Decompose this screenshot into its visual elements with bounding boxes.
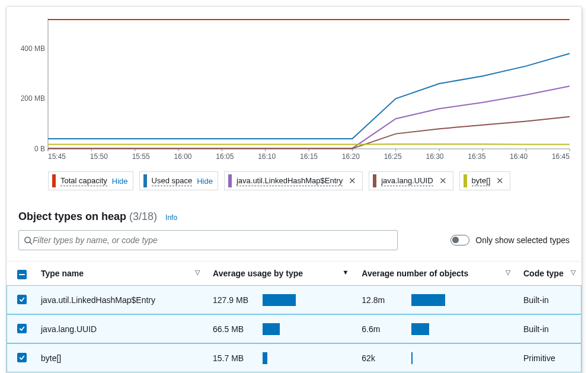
svg-point-13 [25,237,30,242]
usage-bar [263,323,310,335]
usage-bar [263,352,310,364]
chart-area: 400 MB200 MB0 B 15:4515:5015:5516:0016:0… [7,7,581,196]
controls-row: Only show selected types [7,230,581,261]
legend-label: Total capacity [60,176,107,186]
close-icon[interactable]: ✕ [495,176,505,186]
legend-item[interactable]: byte[]✕ [459,171,511,190]
x-tick-label: 16:30 [426,152,443,161]
sort-icon: ▽ [506,269,510,276]
cell-code-type: Built-in [516,314,581,343]
legend-hide-link[interactable]: Hide [197,177,213,186]
select-all-checkbox[interactable] [17,270,27,279]
cell-type-name: java.util.LinkedHashMap$Entry [34,285,206,314]
search-icon [24,236,33,245]
avg-usage-value: 66.5 MB [213,324,254,334]
chart-legend: Total capacityHideUsed spaceHidejava.uti… [48,171,570,190]
col-select-all [7,262,34,286]
legend-item[interactable]: Used spaceHide [139,171,218,190]
legend-swatch [464,174,467,187]
cell-code-type: Built-in [516,285,581,314]
col-code-type-label: Code type [523,269,564,278]
legend-item[interactable]: Total capacityHide [48,171,133,190]
section-count: (3/18) [129,211,157,222]
col-avg-objects[interactable]: Average number of objects ▽ [354,262,516,286]
row-checkbox[interactable] [17,353,27,362]
search-input[interactable] [33,235,392,245]
toggle-switch[interactable] [450,235,469,246]
x-tick-label: 16:25 [384,152,402,161]
avg-objects-value: 6.6m [362,324,403,334]
x-tick-label: 16:00 [174,152,191,161]
avg-objects-value: 62k [362,353,403,363]
y-tick-label: 400 MB [15,44,45,53]
col-type-name[interactable]: Type name ▽ [34,262,206,286]
cell-avg-objects: 6.6m [354,314,516,343]
avg-objects-value: 12.8m [362,295,403,305]
x-tick-label: 16:20 [342,152,360,161]
table-row[interactable]: java.util.LinkedHashMap$Entry127.9 MB12.… [7,285,581,314]
legend-swatch [143,174,147,187]
y-tick-label: 0 B [15,145,45,153]
legend-label: Used space [152,176,193,186]
svg-line-14 [30,242,32,244]
sort-icon: ▽ [195,269,200,276]
x-tick-label: 16:05 [216,152,234,161]
sort-desc-icon: ▼ [342,269,349,276]
cell-avg-usage: 66.5 MB [206,314,354,343]
close-icon[interactable]: ✕ [438,176,448,186]
col-code-type[interactable]: Code type ▽ [516,262,581,286]
usage-bar [263,294,310,306]
x-tick-label: 16:15 [300,152,318,161]
y-tick-label: 200 MB [15,94,45,103]
cell-avg-usage: 127.9 MB [206,285,354,314]
selected-only-toggle: Only show selected types [450,235,570,246]
x-tick-label: 16:35 [468,152,485,161]
row-checkbox[interactable] [17,295,27,304]
series-line [48,53,570,139]
legend-item[interactable]: java.lang.UUID✕ [369,171,453,190]
cell-type-name: byte[] [34,343,206,372]
cell-type-name: java.lang.UUID [34,314,206,343]
memory-chart[interactable]: 400 MB200 MB0 B [48,18,570,149]
legend-label: java.lang.UUID [381,176,433,186]
close-icon[interactable]: ✕ [347,176,357,186]
cell-avg-usage: 15.7 MB [206,343,354,372]
legend-swatch [373,174,376,187]
legend-item[interactable]: java.util.LinkedHashMap$Entry✕ [224,171,363,190]
chart-svg [48,18,570,149]
objects-bar [411,294,459,306]
col-avg-usage-label: Average usage by type [213,269,303,278]
heap-types-table: Type name ▽ Average usage by type ▼ Aver… [7,261,581,373]
y-axis-ticks: 400 MB200 MB0 B [15,18,45,149]
legend-label: byte[] [472,176,491,186]
x-tick-label: 16:45 [552,152,570,161]
table-row[interactable]: java.lang.UUID66.5 MB6.6mBuilt-in [7,314,581,343]
info-link[interactable]: Info [165,213,177,222]
x-tick-label: 16:10 [258,152,276,161]
panel: 400 MB200 MB0 B 15:4515:5015:5516:0016:0… [6,6,582,373]
table-row[interactable]: byte[]15.7 MB62kPrimitive [7,343,581,372]
objects-bar [411,352,459,364]
section-title: Object types on heap [18,211,126,222]
x-tick-label: 15:55 [132,152,150,161]
x-tick-label: 16:40 [510,152,528,161]
legend-hide-link[interactable]: Hide [112,177,128,186]
col-avg-objects-label: Average number of objects [362,269,468,278]
legend-swatch [52,174,56,187]
avg-usage-value: 127.9 MB [213,295,254,305]
objects-bar [411,323,459,335]
cell-avg-objects: 62k [354,343,516,372]
cell-code-type: Primitive [516,343,581,372]
search-box[interactable] [18,230,398,250]
avg-usage-value: 15.7 MB [213,353,254,363]
sort-icon: ▽ [571,269,576,276]
row-checkbox[interactable] [17,324,27,333]
x-tick-label: 15:50 [90,152,108,161]
x-axis-ticks: 15:4515:5015:5516:0016:0516:1016:1516:20… [48,152,570,161]
col-type-name-label: Type name [41,269,84,278]
legend-swatch [228,174,232,187]
toggle-label: Only show selected types [475,235,570,245]
cell-avg-objects: 12.8m [354,285,516,314]
legend-label: java.util.LinkedHashMap$Entry [237,176,343,186]
col-avg-usage[interactable]: Average usage by type ▼ [206,262,354,286]
